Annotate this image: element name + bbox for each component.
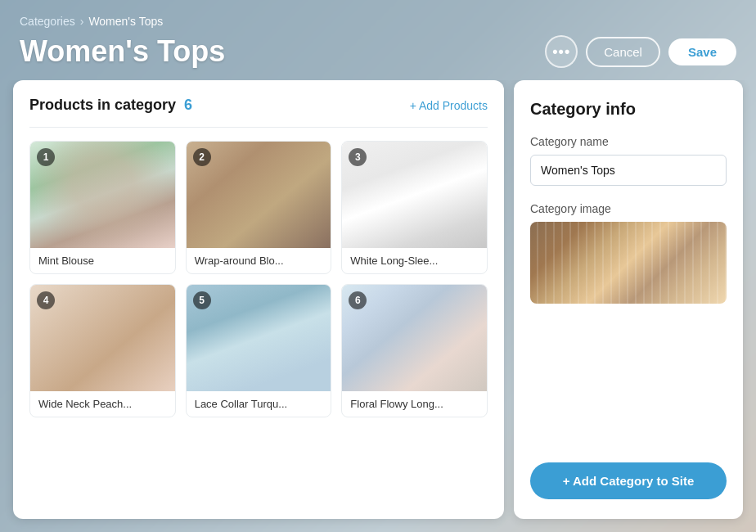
product-badge-4: 4 — [37, 291, 55, 309]
product-badge-1: 1 — [37, 148, 55, 166]
category-image-preview[interactable] — [530, 222, 727, 304]
page-title: Women's Tops — [20, 34, 225, 69]
product-label-1: Mint Blouse — [30, 248, 175, 273]
header-row: Women's Tops ••• Cancel Save — [20, 34, 736, 69]
category-name-group: Category name — [530, 135, 727, 186]
breadcrumb-parent[interactable]: Categories — [20, 15, 75, 28]
products-count: 6 — [184, 97, 192, 114]
product-image-4: 4 — [30, 285, 175, 391]
header-actions: ••• Cancel Save — [545, 35, 736, 68]
product-label-4: Wide Neck Peach... — [30, 391, 175, 417]
product-card-6[interactable]: 6 Floral Flowy Long... — [341, 284, 488, 417]
header: Categories › Women's Tops Women's Tops •… — [0, 0, 756, 80]
category-panel: Category info Category name Category ima… — [514, 80, 743, 519]
cancel-button[interactable]: Cancel — [586, 37, 660, 67]
breadcrumb: Categories › Women's Tops — [20, 15, 736, 28]
category-image-group: Category image — [530, 202, 727, 304]
product-card-1[interactable]: 1 Mint Blouse — [29, 141, 176, 274]
add-category-button[interactable]: + Add Category to Site — [530, 462, 727, 499]
category-name-input[interactable] — [530, 155, 727, 186]
product-card-5[interactable]: 5 Lace Collar Turqu... — [186, 284, 332, 417]
breadcrumb-current: Women's Tops — [88, 15, 163, 28]
product-label-5: Lace Collar Turqu... — [187, 391, 331, 417]
product-badge-5: 5 — [193, 291, 211, 309]
products-panel: Products in category 6 + Add Products 1 … — [13, 80, 504, 519]
product-badge-6: 6 — [349, 291, 367, 309]
products-grid: 1 Mint Blouse 2 Wrap-around Blo... 3 — [29, 141, 488, 417]
product-label-3: White Long-Slee... — [342, 248, 487, 273]
product-card-3[interactable]: 3 White Long-Slee... — [341, 141, 488, 274]
category-image-label: Category image — [530, 202, 727, 215]
product-image-3: 3 — [342, 142, 487, 248]
products-title: Products in category — [29, 97, 176, 114]
product-image-1: 1 — [30, 142, 175, 248]
product-image-2: 2 — [187, 142, 331, 248]
product-image-5: 5 — [187, 285, 331, 391]
more-button[interactable]: ••• — [545, 35, 578, 68]
products-header: Products in category 6 + Add Products — [29, 97, 488, 128]
add-products-link[interactable]: + Add Products — [410, 99, 488, 112]
breadcrumb-separator: › — [80, 15, 84, 28]
category-info-title: Category info — [530, 100, 727, 119]
product-badge-3: 3 — [349, 148, 367, 166]
product-card-4[interactable]: 4 Wide Neck Peach... — [29, 284, 176, 417]
product-label-6: Floral Flowy Long... — [342, 391, 487, 417]
page-container: Categories › Women's Tops Women's Tops •… — [0, 0, 756, 532]
product-card-2[interactable]: 2 Wrap-around Blo... — [186, 141, 332, 274]
main-content: Products in category 6 + Add Products 1 … — [0, 80, 756, 532]
product-badge-2: 2 — [193, 148, 211, 166]
product-label-2: Wrap-around Blo... — [187, 248, 331, 273]
product-image-6: 6 — [342, 285, 487, 391]
save-button[interactable]: Save — [668, 38, 736, 65]
category-name-label: Category name — [530, 135, 727, 148]
products-title-group: Products in category 6 — [29, 97, 192, 114]
